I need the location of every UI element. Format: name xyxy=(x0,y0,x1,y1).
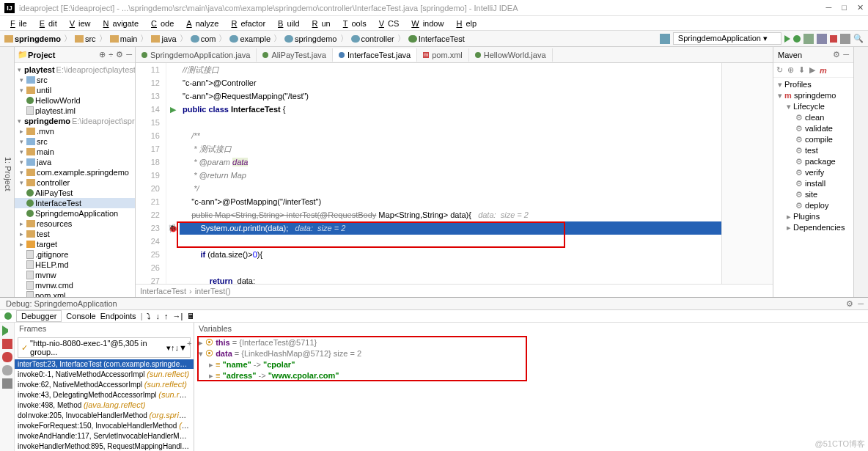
step-over-icon[interactable]: ⤵ xyxy=(147,312,151,320)
select-opened-icon[interactable]: ⊕ xyxy=(99,50,106,59)
tree-node[interactable]: .gitignore xyxy=(15,249,135,260)
variable-row[interactable]: ▸ ≡ "name" -> "cpolar" xyxy=(199,359,864,370)
tree-node[interactable]: ▸ .mvn xyxy=(15,126,135,136)
editor-tab[interactable]: InterfaceTest.java xyxy=(333,48,417,62)
tree-node[interactable]: ▾ springdemo E:\ideaproject\springdemo xyxy=(15,116,135,126)
tree-node[interactable]: pom.xml xyxy=(15,290,135,297)
maven-settings-icon[interactable]: ⚙ xyxy=(833,50,840,59)
maven-node[interactable]: ⚙ compile xyxy=(775,134,852,145)
tree-node[interactable]: mvnw xyxy=(15,270,135,280)
tree-node[interactable]: HellowWorld xyxy=(15,95,135,106)
execute-icon[interactable]: ▶ xyxy=(809,65,815,75)
search-icon[interactable]: 🔍 xyxy=(853,34,864,43)
layout-icon[interactable] xyxy=(2,378,12,389)
debug-settings-icon[interactable]: ⚙ xyxy=(846,299,853,309)
tree-node[interactable]: ▸ resources xyxy=(15,219,135,229)
stack-frame[interactable]: interTest:23, InterfaceTest (com.example… xyxy=(15,359,194,369)
project-tool-stripe[interactable]: 1: Project xyxy=(2,56,14,293)
breadcrumb-controller[interactable]: controller xyxy=(351,34,394,43)
menu-navigate[interactable]: Navigate xyxy=(96,18,142,29)
tree-node[interactable]: mvnw.cmd xyxy=(15,280,135,290)
editor-tab[interactable]: HellowWorld.java xyxy=(469,48,553,62)
stack-frame[interactable]: invokeForRequest:150, InvocableHandlerMe… xyxy=(15,420,194,430)
hammer-icon[interactable] xyxy=(660,34,670,44)
right-toolwindow-bar[interactable] xyxy=(853,47,868,297)
maven-node[interactable]: ⚙ verify xyxy=(775,167,852,178)
step-into-icon[interactable]: ↓ xyxy=(155,312,160,320)
collapse-icon[interactable]: ÷ xyxy=(108,50,113,59)
menu-file[interactable]: File xyxy=(3,18,31,29)
profile-icon[interactable] xyxy=(817,34,827,44)
menu-build[interactable]: Build xyxy=(271,18,303,29)
tree-node[interactable]: ▾ playtest E:\ideaproject\playtest xyxy=(15,65,135,75)
maven-node[interactable]: ⚙ package xyxy=(775,156,852,167)
menu-analyze[interactable]: Analyze xyxy=(179,18,222,29)
tree-node[interactable]: ▾ main xyxy=(15,147,135,157)
maven-node[interactable]: ⚙ clean xyxy=(775,112,852,123)
hide-icon[interactable]: ─ xyxy=(126,50,132,59)
thread-combo[interactable]: ✓ "http-nio-8080-exec-1"@5,305 in group.… xyxy=(18,337,191,358)
stack-frame[interactable]: invoke:498, Method (java.lang.reflect) xyxy=(15,400,194,410)
menu-tools[interactable]: Tools xyxy=(336,18,370,29)
stack-frame[interactable]: invokeHandlerMethod:895, RequestMappingH… xyxy=(15,441,194,451)
maven-node[interactable]: ▾ m springdemo xyxy=(775,90,852,101)
filter-icon[interactable]: ▼ xyxy=(179,343,187,352)
debug-tab-label[interactable]: Debug: SpringdemoApplication xyxy=(0,298,123,309)
maximize-button[interactable]: □ xyxy=(842,3,847,12)
close-button[interactable]: ✕ xyxy=(857,3,864,12)
evaluate-icon[interactable]: 🖩 xyxy=(187,312,195,320)
editor-tab[interactable]: SpringdemoApplication.java xyxy=(136,48,257,62)
stack-frame[interactable]: invokeAndHandle:117, ServletInvocableHan… xyxy=(15,430,194,441)
stack-frame[interactable]: invoke:62, NativeMethodAccessorImpl (sun… xyxy=(15,379,194,389)
maven-m-icon[interactable]: m xyxy=(820,66,827,75)
tree-node[interactable]: ▸ test xyxy=(15,229,135,239)
maven-node[interactable]: ⚙ install xyxy=(775,178,852,189)
editor-tab[interactable]: mpom.xml xyxy=(417,48,469,62)
variable-row[interactable]: ▸ ⦿ this = {InterfaceTest@5711} xyxy=(199,337,864,348)
menu-window[interactable]: Window xyxy=(404,18,447,29)
stop-debug-icon[interactable] xyxy=(2,339,12,349)
menu-refactor[interactable]: Refactor xyxy=(224,18,269,29)
coverage-icon[interactable] xyxy=(803,34,814,44)
endpoints-subtab[interactable]: Endpoints xyxy=(100,312,136,320)
maven-node[interactable]: ⚙ validate xyxy=(775,123,852,134)
resume-icon[interactable] xyxy=(2,326,12,336)
minimize-button[interactable]: ─ xyxy=(826,3,832,12)
debug-button[interactable] xyxy=(793,35,801,43)
run-button[interactable] xyxy=(784,35,790,43)
breadcrumb-springdemo[interactable]: springdemo xyxy=(284,34,336,43)
menu-vcs[interactable]: VCS xyxy=(372,18,403,29)
tree-node[interactable]: ▾ controller xyxy=(15,177,135,188)
minimap[interactable] xyxy=(721,63,773,284)
debug-hide-icon[interactable]: ─ xyxy=(858,299,864,309)
maven-node[interactable]: ⚙ site xyxy=(775,189,852,200)
tree-node[interactable]: ▾ until xyxy=(15,85,135,95)
tree-node[interactable]: AliPayTest xyxy=(15,188,135,198)
maven-node[interactable]: ▾ Lifecycle xyxy=(775,101,852,112)
breadcrumb-main[interactable]: main xyxy=(110,34,138,43)
breadcrumb-java[interactable]: java xyxy=(151,34,176,43)
tree-node[interactable]: ▾ src xyxy=(15,75,135,85)
variable-row[interactable]: ▸ ≡ "adress" -> "www.cpolar.com" xyxy=(199,370,864,381)
maven-node[interactable]: ▸ Dependencies xyxy=(775,222,852,233)
console-subtab[interactable]: Console xyxy=(66,312,95,320)
code-editor[interactable]: 11121314151617181920212223242526272829 ▶… xyxy=(136,63,773,284)
debugger-subtab[interactable]: Debugger xyxy=(16,310,62,322)
maven-node[interactable]: ▸ Plugins xyxy=(775,211,852,222)
maven-node[interactable]: ⚙ test xyxy=(775,145,852,156)
run-to-cursor-icon[interactable]: →| xyxy=(172,312,183,320)
menu-view[interactable]: View xyxy=(62,18,95,29)
menu-code[interactable]: Code xyxy=(144,18,177,29)
breadcrumb-springdemo[interactable]: springdemo xyxy=(4,34,61,43)
mute-icon[interactable] xyxy=(2,365,12,375)
menu-edit[interactable]: Edit xyxy=(32,18,61,29)
git-icon[interactable] xyxy=(840,34,850,44)
editor-tab[interactable]: AliPayTest.java xyxy=(257,48,333,62)
breadcrumb-example[interactable]: example xyxy=(229,34,271,43)
stop-button[interactable] xyxy=(830,35,837,43)
maven-node[interactable]: ▾ Profiles xyxy=(775,79,852,90)
download-icon[interactable]: ⬇ xyxy=(798,65,805,75)
editor-breadcrumb[interactable]: InterfaceTest›interTest() xyxy=(136,284,773,297)
tree-node[interactable]: SpringdemoApplication xyxy=(15,208,135,219)
maven-hide-icon[interactable]: ─ xyxy=(843,50,849,59)
